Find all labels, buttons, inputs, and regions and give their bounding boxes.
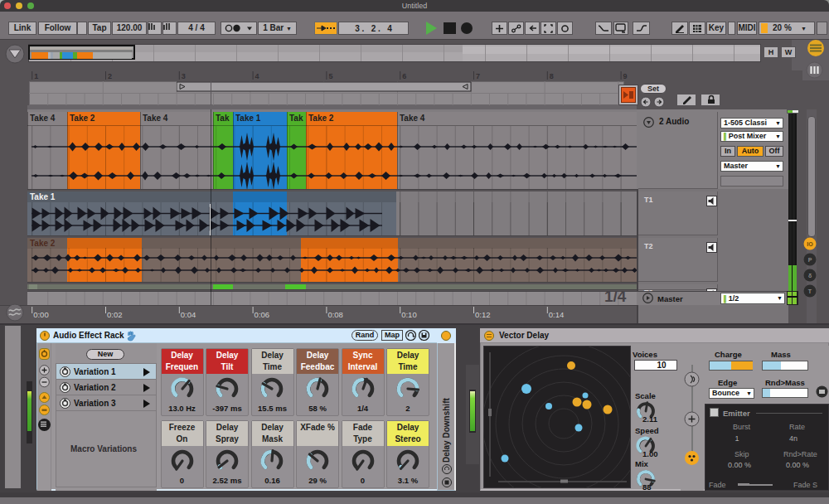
svg-text:7: 7: [476, 72, 480, 80]
svg-text:0:10: 0:10: [401, 310, 417, 319]
svg-text:0:00: 0:00: [33, 310, 49, 319]
svg-text:6: 6: [402, 72, 406, 80]
svg-text:P: P: [808, 257, 812, 263]
svg-text:4: 4: [255, 72, 259, 80]
svg-text:9: 9: [623, 72, 628, 80]
svg-text:8: 8: [550, 72, 554, 80]
svg-text:0:12: 0:12: [475, 310, 491, 319]
svg-text:2: 2: [108, 72, 112, 80]
svg-text:3: 3: [182, 72, 186, 80]
svg-text:IO: IO: [807, 241, 813, 247]
svg-text:T: T: [808, 288, 812, 294]
svg-text:Delay Downshift: Delay Downshift: [442, 398, 451, 463]
svg-text:δ: δ: [808, 273, 812, 279]
svg-text:0:08: 0:08: [327, 310, 343, 319]
svg-text:0:14: 0:14: [549, 310, 565, 319]
svg-text:5: 5: [328, 72, 332, 80]
svg-text:1: 1: [34, 72, 38, 80]
svg-text:0:04: 0:04: [181, 310, 196, 319]
svg-text:0:02: 0:02: [107, 310, 123, 319]
svg-text:0:06: 0:06: [255, 310, 270, 319]
